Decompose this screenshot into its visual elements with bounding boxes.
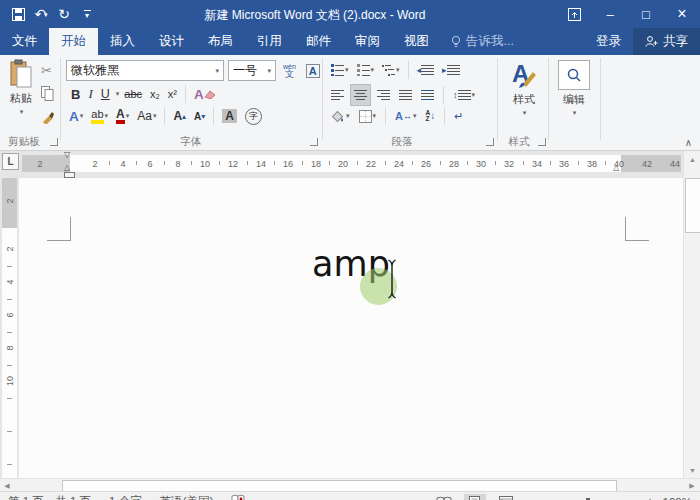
ribbon-display-options-button[interactable] (556, 0, 592, 28)
minimize-button[interactable]: – (592, 0, 628, 28)
right-indent-marker[interactable]: △ (613, 164, 619, 172)
cut-button[interactable]: ✂ (38, 60, 55, 80)
distribute-button[interactable] (418, 85, 437, 105)
asian-layout-button[interactable]: A↔▾ (392, 106, 419, 126)
zoom-level[interactable]: 100% (663, 496, 692, 500)
numbering-button[interactable]: ▾ (354, 60, 378, 80)
highlight-color-button[interactable]: ab▾ (88, 106, 111, 126)
sign-in-button[interactable]: 登录 (584, 28, 633, 55)
chevron-down-icon: ▾ (373, 112, 377, 120)
character-shading-button[interactable]: A (219, 106, 240, 126)
italic-button[interactable]: I (85, 84, 95, 104)
find-box (558, 60, 590, 90)
borders-button[interactable]: ▾ (356, 106, 380, 126)
format-painter-button[interactable] (38, 107, 58, 127)
highlight-icon: ab (91, 109, 103, 124)
tab-home[interactable]: 开始 (49, 28, 98, 55)
collapse-ribbon-button[interactable]: ∧ (685, 137, 692, 148)
hanging-indent-marker[interactable]: △ (64, 164, 70, 172)
tab-mailings[interactable]: 邮件 (294, 28, 343, 55)
subscript-button[interactable]: x₂ (147, 84, 163, 104)
document-text[interactable]: amp (19, 244, 683, 284)
web-layout-button[interactable] (495, 494, 517, 500)
read-mode-button[interactable] (433, 494, 455, 500)
zoom-out-button[interactable]: − (526, 495, 533, 500)
tab-insert[interactable]: 插入 (98, 28, 147, 55)
shading-button[interactable]: ▾ (328, 106, 353, 126)
editing-button[interactable]: 编辑 ▾ (554, 60, 594, 117)
align-center-button[interactable] (350, 84, 371, 106)
align-right-icon (377, 89, 390, 101)
paragraph-dialog-launcher[interactable] (486, 138, 494, 146)
tell-me-box[interactable]: 告诉我... (441, 28, 524, 55)
zoom-in-button[interactable]: + (647, 495, 654, 500)
maximize-icon: □ (642, 7, 650, 22)
change-case-button[interactable]: Aa▾ (134, 106, 159, 126)
tab-layout[interactable]: 布局 (196, 28, 245, 55)
line-spacing-button[interactable]: ↕▾ (450, 85, 478, 105)
tab-design[interactable]: 设计 (147, 28, 196, 55)
ruler-number: 28 (447, 159, 461, 169)
bullets-button[interactable]: ▾ (328, 60, 352, 80)
page-indicator[interactable]: 第 1 页，共 1 页 (8, 494, 91, 500)
print-layout-button[interactable] (464, 494, 486, 500)
language-indicator[interactable]: 英语(美国) (160, 494, 214, 500)
close-button[interactable]: × (664, 0, 700, 28)
tab-file[interactable]: 文件 (0, 28, 49, 55)
decrease-indent-button[interactable]: ◂ (414, 60, 438, 80)
strikethrough-button[interactable]: abc (121, 84, 145, 104)
font-group-label: 字体 (60, 135, 322, 149)
vertical-ruler[interactable]: 2 2 4 6 8 10 (0, 178, 19, 478)
share-button[interactable]: 共享 (633, 28, 700, 55)
paste-button[interactable]: 粘贴 ▾ (4, 59, 38, 116)
character-border-button[interactable]: A (303, 61, 323, 81)
vertical-scrollbar[interactable]: ▲ ▼ (683, 151, 700, 478)
tab-selector[interactable]: L (2, 153, 19, 170)
align-left-button[interactable] (328, 85, 347, 105)
save-button[interactable] (8, 3, 28, 25)
first-line-indent-marker[interactable]: ▽ (64, 151, 70, 159)
redo-button[interactable]: ↻ (54, 3, 74, 25)
window-controls: – □ × (556, 0, 700, 28)
tab-view[interactable]: 视图 (392, 28, 441, 55)
styles-dialog-launcher[interactable] (538, 138, 546, 146)
multilevel-list-button[interactable]: ▾ (379, 60, 403, 80)
document-page[interactable]: amp (19, 178, 683, 478)
font-dialog-launcher[interactable] (310, 138, 318, 146)
shrink-font-button[interactable]: A▾ (191, 106, 208, 126)
show-marks-button[interactable]: ↵ (451, 106, 466, 126)
superscript-button[interactable]: x² (165, 84, 180, 104)
font-name-combo[interactable]: 微软雅黑 ▾ (66, 60, 224, 81)
text-effects-button[interactable]: A▾ (66, 106, 86, 126)
tab-review[interactable]: 审阅 (343, 28, 392, 55)
horizontal-ruler[interactable]: L 2 2 4 6 8 10 12 14 16 18 20 22 24 26 2… (0, 151, 700, 178)
word-count[interactable]: 1 个字 (109, 494, 142, 500)
phonetic-guide-button[interactable]: wén 文 (280, 61, 299, 81)
bold-button[interactable]: B (68, 84, 83, 104)
styles-icon: A (509, 60, 539, 90)
clear-formatting-button[interactable]: A (191, 84, 219, 104)
sort-button[interactable]: AZ ↓ (423, 106, 439, 126)
justify-button[interactable] (396, 85, 415, 105)
scroll-down-button[interactable]: ▼ (684, 462, 700, 478)
scroll-up-button[interactable]: ▲ (684, 151, 700, 167)
undo-button[interactable]: ↶▾ (31, 3, 51, 25)
font-size-combo[interactable]: 一号 ▾ (228, 60, 276, 81)
underline-button[interactable]: U (98, 84, 113, 104)
copy-button[interactable] (38, 83, 57, 103)
horizontal-scrollbar[interactable]: ◀ ▶ (0, 478, 700, 492)
proofing-status-button[interactable] (231, 494, 245, 500)
tab-references[interactable]: 引用 (245, 28, 294, 55)
customize-quick-access-button[interactable]: ▾ (77, 3, 97, 25)
vertical-scroll-thumb[interactable] (685, 178, 700, 233)
shrink-font-icon: A (194, 111, 201, 122)
align-right-button[interactable] (374, 85, 393, 105)
font-color-button[interactable]: A▾ (113, 106, 132, 126)
increase-indent-button[interactable]: ▸ (439, 60, 463, 80)
styles-gallery-button[interactable]: A 样式 ▾ (503, 60, 545, 117)
enclose-characters-button[interactable]: 字 (242, 106, 265, 126)
clipboard-dialog-launcher[interactable] (50, 138, 58, 146)
underline-dropdown[interactable]: ▾ (116, 90, 120, 98)
maximize-button[interactable]: □ (628, 0, 664, 28)
grow-font-button[interactable]: A▴ (170, 106, 189, 126)
